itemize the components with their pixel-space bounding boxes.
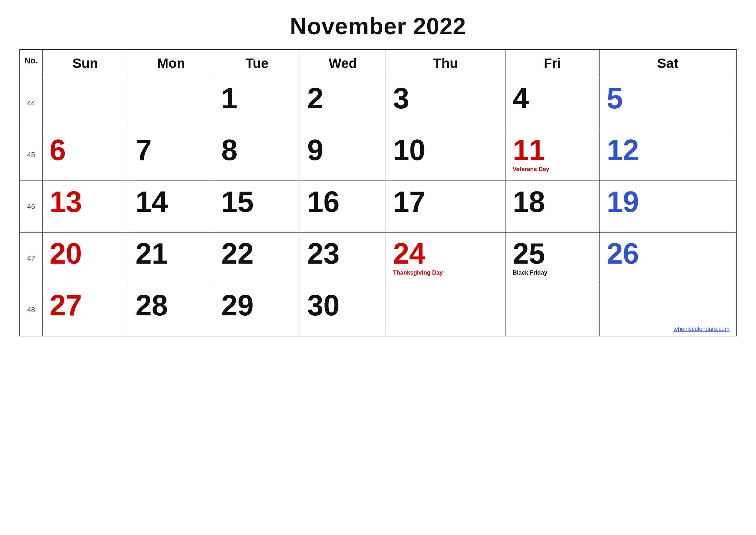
day-cell: 27: [42, 284, 128, 336]
day-number: 18: [513, 187, 595, 216]
day-cell: 14: [128, 181, 214, 233]
day-cell: 7: [128, 129, 214, 181]
header-thu: Thu: [386, 49, 505, 77]
day-number: 6: [50, 135, 124, 165]
week-number: 47: [20, 233, 42, 284]
day-number: 25: [513, 239, 595, 268]
day-number: 7: [135, 135, 209, 165]
day-cell: 30: [300, 284, 386, 336]
day-number: 8: [221, 135, 295, 165]
day-cell: 12: [599, 129, 736, 181]
day-number: 28: [135, 291, 209, 320]
header-row: No. Sun Mon Tue Wed Thu Fri Sat: [20, 49, 736, 77]
day-cell: 9: [300, 129, 386, 181]
holiday-label: Thanksgiving Day: [393, 269, 501, 276]
watermark: wheniscalendars.com: [604, 324, 733, 334]
week-number: 46: [20, 181, 42, 233]
day-number: 26: [607, 239, 731, 268]
day-cell: 3: [386, 77, 505, 129]
week-number: 48: [20, 284, 42, 336]
day-number: 14: [135, 187, 209, 216]
day-number: 4: [513, 84, 595, 113]
day-cell: 22: [214, 233, 300, 284]
day-cell: 13: [42, 181, 128, 233]
day-cell: 25Black Friday: [505, 233, 600, 284]
day-number: 3: [393, 84, 501, 113]
day-number: 2: [307, 84, 381, 113]
holiday-label: Black Friday: [513, 269, 595, 276]
day-cell: 11Veterans Day: [505, 129, 600, 181]
day-number: 15: [221, 187, 295, 216]
day-number: 16: [307, 187, 381, 216]
holiday-label: Veterans Day: [513, 166, 595, 173]
day-cell: 19: [599, 181, 736, 233]
day-cell: 6: [42, 129, 128, 181]
day-number: 12: [607, 135, 731, 165]
day-cell: [128, 77, 214, 129]
week-row: 4567891011Veterans Day12: [20, 129, 736, 181]
calendar-table: No. Sun Mon Tue Wed Thu Fri Sat 44123454…: [19, 49, 737, 336]
week-row: 4412345: [20, 77, 736, 129]
header-fri: Fri: [505, 49, 600, 77]
day-cell: 1: [214, 77, 300, 129]
day-number: 29: [221, 291, 295, 320]
day-number: 22: [221, 239, 295, 268]
day-number: 10: [393, 135, 501, 165]
day-cell: 8: [214, 129, 300, 181]
day-number: 27: [50, 291, 124, 320]
header-sun: Sun: [42, 49, 128, 77]
day-number: 1: [221, 84, 295, 113]
day-number: 11: [513, 135, 595, 165]
day-cell: 2: [300, 77, 386, 129]
day-number: 30: [307, 291, 381, 320]
day-number: 13: [50, 187, 124, 216]
page-title: November 2022: [290, 13, 466, 40]
day-cell: 17: [386, 181, 505, 233]
day-cell: 16: [300, 181, 386, 233]
day-number: 9: [307, 135, 381, 165]
week-row: 4827282930wheniscalendars.com: [20, 284, 736, 336]
day-number: 24: [393, 239, 501, 268]
day-cell: [386, 284, 505, 336]
header-mon: Mon: [128, 49, 214, 77]
day-cell: 28: [128, 284, 214, 336]
day-number: 17: [393, 187, 501, 216]
day-cell: 18: [505, 181, 600, 233]
header-sat: Sat: [599, 49, 736, 77]
day-cell: 5: [599, 77, 736, 129]
header-wed: Wed: [300, 49, 386, 77]
day-number: 20: [50, 239, 124, 268]
day-cell: 4: [505, 77, 600, 129]
header-tue: Tue: [214, 49, 300, 77]
week-number: 45: [20, 129, 42, 181]
day-cell: 21: [128, 233, 214, 284]
day-number: 23: [307, 239, 381, 268]
day-cell: 10: [386, 129, 505, 181]
week-row: 472021222324Thanksgiving Day25Black Frid…: [20, 233, 736, 284]
day-cell: wheniscalendars.com: [599, 284, 736, 336]
day-cell: 15: [214, 181, 300, 233]
day-cell: 23: [300, 233, 386, 284]
week-row: 4613141516171819: [20, 181, 736, 233]
day-number: 5: [607, 84, 731, 113]
day-number: 21: [135, 239, 209, 268]
week-number: 44: [20, 77, 42, 129]
day-cell: [42, 77, 128, 129]
day-cell: 26: [599, 233, 736, 284]
header-no: No.: [20, 49, 42, 77]
day-cell: 24Thanksgiving Day: [386, 233, 505, 284]
day-cell: 20: [42, 233, 128, 284]
day-number: 19: [607, 187, 731, 216]
day-cell: [505, 284, 600, 336]
day-cell: 29: [214, 284, 300, 336]
